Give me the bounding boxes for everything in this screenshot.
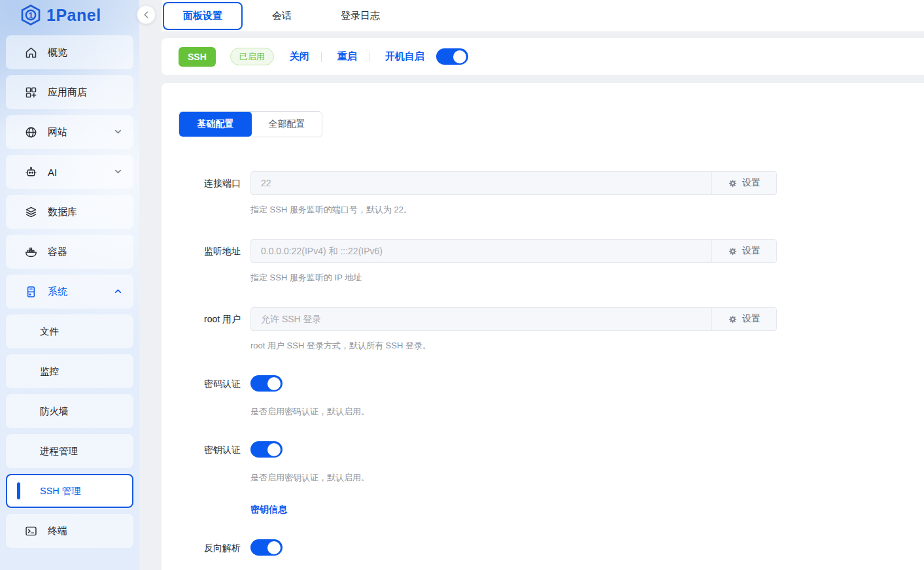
form-row-1: 监听地址0.0.0.0:22(IPv4) 和 :::22(IPv6)设置指定 S… (179, 239, 924, 284)
sidebar-item-label: 数据库 (48, 206, 123, 218)
gear-icon (728, 178, 738, 188)
sidebar-item-label: 防火墙 (40, 405, 123, 418)
container-icon (24, 245, 38, 259)
brand-hexagon-icon: 1 (21, 5, 41, 25)
密钥认证-toggle[interactable] (250, 441, 282, 458)
appstore-icon (24, 86, 38, 99)
sidebar-item-label: 网站 (48, 126, 114, 139)
readonly-input: 允许 SSH 登录设置 (250, 307, 777, 331)
help-text: 指定 SSH 服务监听的 IP 地址 (250, 272, 924, 284)
divider (369, 52, 369, 62)
settings-button-label: 设置 (742, 245, 761, 257)
sidebar-item-i9[interactable]: 防火墙 (6, 394, 133, 428)
svg-text:1: 1 (28, 10, 33, 20)
input-value: 22 (251, 172, 711, 194)
readonly-input: 22设置 (250, 171, 777, 195)
help-text: 指定 SSH 服务监听的端口号，默认为 22。 (250, 204, 924, 216)
form-row-3: 密码认证是否启用密码认证，默认启用。 (179, 375, 924, 418)
sidebar-item-i7[interactable]: 文件 (6, 314, 133, 348)
toggle-knob (267, 443, 281, 456)
sidebar-item-ai[interactable]: AI (6, 155, 133, 189)
chevron-down-icon (114, 127, 123, 137)
main-content: 面板设置会话登录日志 SSH 已启用 关闭 重启 开机自启 基础配置全部配置 连… (162, 0, 924, 570)
settings-button[interactable]: 设置 (711, 240, 776, 262)
active-indicator-bar (17, 482, 20, 499)
sidebar-item-i2[interactable]: 网站 (6, 115, 133, 149)
sidebar-item-i6[interactable]: 系统 (6, 275, 133, 309)
sidebar-item-i8[interactable]: 监控 (6, 354, 133, 388)
form-row-0: 连接端口22设置指定 SSH 服务监听的端口号，默认为 22。 (179, 171, 924, 216)
form-label: 监听地址 (179, 239, 250, 284)
sidebar-item-label: AI (48, 167, 114, 178)
sidebar-item-i4[interactable]: 数据库 (6, 195, 133, 229)
header-tabbar: 面板设置会话登录日志 (162, 0, 924, 31)
key-info-link[interactable]: 密钥信息 (250, 504, 287, 516)
form-control: 控制 SSH 服务器是否启用 DNS 解析功能，从而验证连接方的身份。 (250, 539, 924, 570)
form-control: 是否启用密码认证，默认启用。 (250, 375, 924, 418)
home-icon (24, 46, 38, 59)
terminal-icon (24, 524, 38, 538)
反向解析-toggle[interactable] (250, 539, 282, 556)
sidebar-collapse-button[interactable] (137, 5, 156, 24)
form-label: 密钥认证 (179, 441, 250, 516)
sidebar-item-label: 进程管理 (40, 445, 123, 458)
form-label: root 用户 (179, 307, 250, 352)
sidebar-item-label: 终端 (48, 525, 123, 537)
header-tab-1[interactable]: 会话 (243, 10, 321, 22)
ssh-config-card: 基础配置全部配置 连接端口22设置指定 SSH 服务监听的端口号，默认为 22。… (162, 83, 924, 570)
ssh-enabled-badge: 已启用 (230, 48, 274, 65)
sidebar-menu: 概览应用商店网站AI数据库容器系统文件监控防火墙进程管理SSH 管理终端 (0, 30, 139, 548)
chevron-up-icon (114, 287, 123, 296)
toggle-knob (453, 50, 466, 63)
help-text: 是否启用密码认证，默认启用。 (250, 406, 924, 418)
sidebar-item-i10[interactable]: 进程管理 (6, 434, 133, 468)
sidebar-item-i11[interactable]: SSH 管理 (6, 474, 133, 508)
config-tab-group: 基础配置全部配置 (179, 111, 322, 137)
input-value: 允许 SSH 登录 (251, 308, 711, 330)
gear-icon (728, 314, 738, 324)
sidebar-item-label: 容器 (48, 246, 123, 258)
form-label: 反向解析 (179, 539, 250, 570)
form-label: 连接端口 (179, 171, 250, 216)
ssh-stop-button[interactable]: 关闭 (290, 50, 309, 63)
ssh-config-form: 连接端口22设置指定 SSH 服务监听的端口号，默认为 22。监听地址0.0.0… (179, 171, 924, 570)
form-control: 0.0.0.0:22(IPv4) 和 :::22(IPv6)设置指定 SSH 服… (250, 239, 924, 284)
settings-button[interactable]: 设置 (711, 308, 776, 330)
sidebar-item-label: 监控 (40, 365, 123, 378)
toggle-knob (267, 541, 281, 554)
input-value: 0.0.0.0:22(IPv4) 和 :::22(IPv6) (251, 240, 711, 262)
readonly-input: 0.0.0.0:22(IPv4) 和 :::22(IPv6)设置 (250, 239, 777, 263)
settings-button[interactable]: 设置 (711, 172, 776, 194)
globe-icon (24, 126, 38, 139)
form-row-5: 反向解析控制 SSH 服务器是否启用 DNS 解析功能，从而验证连接方的身份。 (179, 539, 924, 570)
form-control: 22设置指定 SSH 服务监听的端口号，默认为 22。 (250, 171, 924, 216)
database-icon (24, 205, 38, 219)
chevron-left-icon (143, 11, 150, 18)
config-tab-0[interactable]: 基础配置 (179, 112, 252, 137)
server-icon (24, 285, 38, 299)
form-label: 密码认证 (179, 375, 250, 418)
ssh-restart-button[interactable]: 重启 (337, 50, 357, 63)
header-tab-0[interactable]: 面板设置 (163, 2, 243, 30)
header-tab-2[interactable]: 登录日志 (321, 10, 400, 22)
chevron-down-icon (114, 167, 123, 176)
密码认证-toggle[interactable] (250, 375, 282, 392)
toggle-knob (267, 377, 281, 390)
sidebar-item-label: SSH 管理 (40, 485, 122, 497)
form-row-4: 密钥认证是否启用密钥认证，默认启用。密钥信息 (179, 441, 924, 516)
app-logo: 1 1Panel (0, 0, 139, 30)
sidebar-item-i5[interactable]: 容器 (6, 235, 133, 269)
settings-button-label: 设置 (742, 177, 761, 189)
help-text: 是否启用密钥认证，默认启用。 (250, 472, 924, 484)
sidebar-item-label: 应用商店 (48, 86, 123, 99)
help-text: root 用户 SSH 登录方式，默认所有 SSH 登录。 (250, 340, 924, 352)
sidebar-item-i1[interactable]: 应用商店 (6, 75, 133, 109)
robot-icon (24, 165, 38, 179)
config-tab-1[interactable]: 全部配置 (252, 112, 322, 137)
form-row-2: root 用户允许 SSH 登录设置root 用户 SSH 登录方式，默认所有 … (179, 307, 924, 352)
ssh-status-bar: SSH 已启用 关闭 重启 开机自启 (162, 38, 924, 75)
sidebar-item-i12[interactable]: 终端 (6, 514, 133, 548)
sidebar-item-i0[interactable]: 概览 (6, 35, 133, 69)
autostart-toggle[interactable] (436, 48, 468, 65)
divider (321, 52, 322, 62)
